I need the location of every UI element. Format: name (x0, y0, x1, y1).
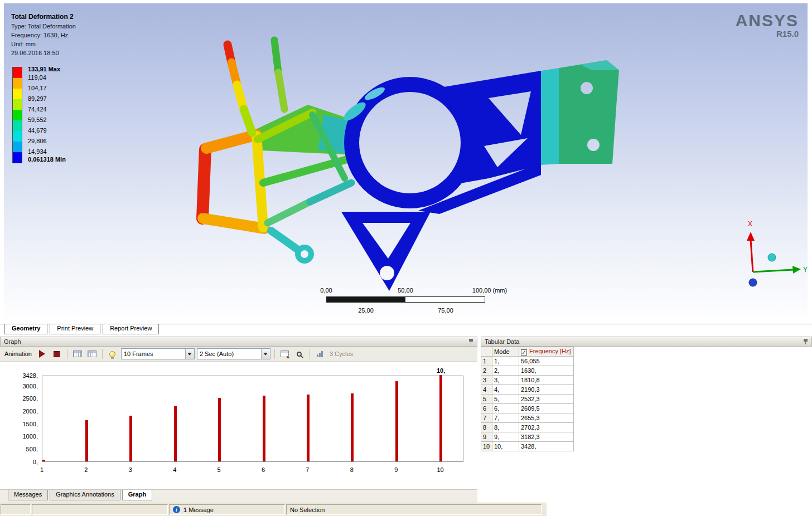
legend-band (13, 110, 22, 120)
update-animation-button[interactable] (107, 348, 119, 360)
legend-color-bar (12, 67, 22, 163)
chevron-down-icon[interactable] (185, 349, 194, 359)
table-row[interactable]: 44,2190,3 (481, 385, 574, 395)
bottom-tab-messages[interactable]: Messages (8, 490, 48, 500)
tabular-body: 11,56,05522,1630,33,1810,844,2190,355,25… (481, 357, 574, 451)
stop-button[interactable] (51, 348, 63, 360)
chart-bar[interactable] (307, 395, 310, 461)
chevron-down-icon[interactable] (261, 349, 270, 359)
triad-iso-ball[interactable] (768, 254, 776, 261)
table-row[interactable]: 33,1810,8 (481, 376, 574, 385)
model-3d-view[interactable] (178, 16, 625, 300)
chart-bar[interactable] (85, 420, 88, 461)
view-tab-geometry[interactable]: Geometry (4, 324, 47, 334)
legend-band (13, 99, 22, 110)
x-axis-tick-label: 6 (262, 466, 265, 473)
chart-bar[interactable] (263, 396, 265, 461)
bottom-tab-label: Graphics Annotations (56, 491, 114, 498)
export-video-icon (281, 351, 289, 357)
frequency-checkbox[interactable] (521, 349, 527, 356)
row-number-cell[interactable]: 10 (481, 442, 492, 451)
row-number-cell[interactable]: 2 (481, 366, 492, 376)
graph-panel: Graph Animation 10 Frames 2 Sec (Auto) 3… (0, 337, 477, 503)
table-row[interactable]: 22,1630, (481, 366, 574, 376)
tabular-data-panel: Tabular Data Mode Frequency [Hz] 11,56,0… (481, 337, 812, 516)
legend-band (13, 120, 22, 131)
mode-cell: 9, (492, 432, 519, 442)
row-number-cell[interactable]: 7 (481, 413, 492, 423)
export-video-button[interactable] (279, 348, 291, 360)
chart-bar[interactable] (42, 460, 45, 461)
row-number-cell[interactable]: 9 (481, 432, 492, 442)
triad-x-label: X (748, 220, 752, 228)
tabular-panel-title: Tabular Data (485, 338, 803, 345)
y-axis-tick-label: 3000, (3, 383, 38, 390)
cycles-label: 3 Cycles (330, 351, 353, 357)
chart-bar[interactable] (129, 416, 132, 461)
model-hub-ring (341, 77, 476, 208)
table-row[interactable]: 77,2655,3 (481, 413, 574, 423)
result-type: Type: Total Deformation (11, 22, 76, 31)
model-foot (295, 245, 314, 264)
mode-cell: 2, (492, 366, 519, 376)
frequency-cell: 3428, (519, 442, 574, 451)
chart-bar[interactable] (218, 398, 221, 462)
status-message-cell[interactable]: 1 Message (169, 504, 285, 515)
cycles-button[interactable] (314, 348, 326, 360)
row-number-cell[interactable]: 6 (481, 404, 492, 413)
view-tab-report-preview[interactable]: Report Preview (103, 324, 159, 334)
play-icon (39, 350, 45, 358)
chart-bar[interactable] (439, 375, 442, 461)
bottom-tab-bar: MessagesGraphics AnnotationsGraph (0, 489, 477, 503)
table-row[interactable]: 88,2702,3 (481, 423, 574, 432)
chart-bar[interactable] (395, 381, 398, 461)
frames-dropdown-value: 10 Frames (122, 351, 185, 357)
row-number-cell[interactable]: 3 (481, 376, 492, 385)
col-header-frequency[interactable]: Frequency [Hz] (519, 347, 574, 357)
chart-bar[interactable] (351, 393, 354, 461)
bottom-tab-graph[interactable]: Graph (122, 490, 152, 500)
legend-value: 59,552 (28, 116, 47, 123)
legend-band (13, 152, 22, 163)
time-range-button[interactable] (86, 348, 98, 360)
y-axis-tick-label: 2000, (3, 408, 38, 415)
row-number-cell[interactable]: 1 (481, 357, 492, 366)
chart-bar[interactable] (174, 406, 177, 461)
view-tab-label: Print Preview (57, 325, 93, 332)
table-row[interactable]: 11,56,055 (481, 357, 574, 366)
pin-icon[interactable] (803, 338, 808, 345)
frequency-cell: 2655,3 (519, 413, 574, 423)
orientation-triad[interactable]: X Y (737, 216, 810, 291)
pin-icon[interactable] (468, 338, 473, 345)
table-row[interactable]: 66,2609,5 (481, 404, 574, 413)
result-sets-button[interactable] (71, 348, 84, 360)
table-row[interactable]: 1010,3428, (481, 442, 574, 451)
y-axis-tick-label: 1000, (3, 433, 38, 440)
row-number-cell[interactable]: 4 (481, 385, 492, 395)
bottom-tab-graphics-annotations[interactable]: Graphics Annotations (50, 490, 120, 500)
table-header-row: Mode Frequency [Hz] (481, 347, 574, 357)
triad-z-ball[interactable] (749, 279, 757, 286)
row-number-cell[interactable]: 8 (481, 423, 492, 432)
play-button[interactable] (36, 348, 49, 360)
model-bottom-leg (341, 212, 431, 291)
mode-cell: 5, (492, 395, 519, 404)
row-number-cell[interactable]: 5 (481, 395, 492, 404)
table-row[interactable]: 55,2532,3 (481, 395, 574, 404)
ruler-bottom-labels: 25,0075,00 (322, 307, 506, 314)
ruler-top-labels: 0,0050,00100,00 (mm) (322, 287, 506, 294)
legend-value: 104,17 (28, 85, 47, 91)
duration-dropdown[interactable]: 2 Sec (Auto) (197, 348, 270, 359)
viewport-3d[interactable]: Total Deformation 2 Type: Total Deformat… (0, 0, 812, 324)
frames-dropdown[interactable]: 10 Frames (121, 348, 195, 359)
x-axis-tick-label: 9 (394, 466, 398, 473)
magnifier-icon (297, 352, 302, 357)
table-row[interactable]: 99,3182,3 (481, 432, 574, 442)
col-header-mode[interactable]: Mode (492, 347, 519, 357)
view-tab-print-preview[interactable]: Print Preview (50, 324, 100, 334)
bottom-tab-label: Graph (128, 491, 146, 498)
duration-dropdown-value: 2 Sec (Auto) (197, 351, 261, 357)
frequency-cell: 2702,3 (519, 423, 574, 432)
zoom-to-fit-button[interactable] (293, 348, 306, 360)
mode-cell: 6, (492, 404, 519, 413)
